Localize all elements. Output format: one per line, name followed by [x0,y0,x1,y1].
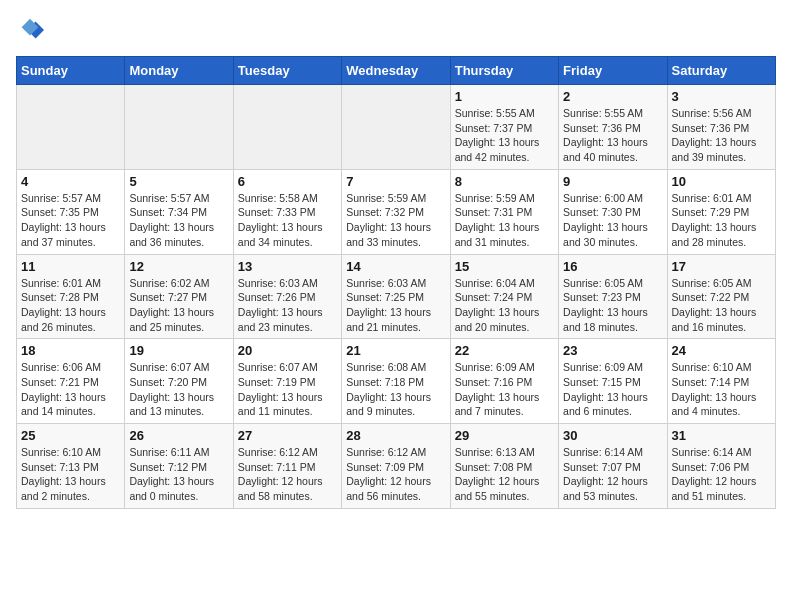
header-row: SundayMondayTuesdayWednesdayThursdayFrid… [17,57,776,85]
day-number: 17 [672,259,771,274]
header-cell-sunday: Sunday [17,57,125,85]
calendar-cell [17,85,125,170]
calendar-table: SundayMondayTuesdayWednesdayThursdayFrid… [16,56,776,509]
day-number: 22 [455,343,554,358]
day-detail: Sunrise: 6:03 AM Sunset: 7:26 PM Dayligh… [238,276,337,335]
day-number: 4 [21,174,120,189]
calendar-cell: 18Sunrise: 6:06 AM Sunset: 7:21 PM Dayli… [17,339,125,424]
day-detail: Sunrise: 6:05 AM Sunset: 7:23 PM Dayligh… [563,276,662,335]
calendar-cell: 31Sunrise: 6:14 AM Sunset: 7:06 PM Dayli… [667,424,775,509]
day-detail: Sunrise: 6:12 AM Sunset: 7:11 PM Dayligh… [238,445,337,504]
day-detail: Sunrise: 6:09 AM Sunset: 7:15 PM Dayligh… [563,360,662,419]
day-number: 3 [672,89,771,104]
calendar-week-2: 4Sunrise: 5:57 AM Sunset: 7:35 PM Daylig… [17,169,776,254]
header-cell-wednesday: Wednesday [342,57,450,85]
day-number: 29 [455,428,554,443]
calendar-cell: 25Sunrise: 6:10 AM Sunset: 7:13 PM Dayli… [17,424,125,509]
header-cell-friday: Friday [559,57,667,85]
day-detail: Sunrise: 6:10 AM Sunset: 7:13 PM Dayligh… [21,445,120,504]
day-number: 5 [129,174,228,189]
day-number: 24 [672,343,771,358]
day-number: 9 [563,174,662,189]
day-detail: Sunrise: 5:59 AM Sunset: 7:31 PM Dayligh… [455,191,554,250]
calendar-cell: 9Sunrise: 6:00 AM Sunset: 7:30 PM Daylig… [559,169,667,254]
day-detail: Sunrise: 6:07 AM Sunset: 7:20 PM Dayligh… [129,360,228,419]
calendar-cell: 6Sunrise: 5:58 AM Sunset: 7:33 PM Daylig… [233,169,341,254]
day-number: 27 [238,428,337,443]
day-detail: Sunrise: 6:09 AM Sunset: 7:16 PM Dayligh… [455,360,554,419]
day-number: 28 [346,428,445,443]
day-detail: Sunrise: 6:14 AM Sunset: 7:06 PM Dayligh… [672,445,771,504]
day-detail: Sunrise: 5:59 AM Sunset: 7:32 PM Dayligh… [346,191,445,250]
day-number: 10 [672,174,771,189]
calendar-cell: 26Sunrise: 6:11 AM Sunset: 7:12 PM Dayli… [125,424,233,509]
calendar-cell: 29Sunrise: 6:13 AM Sunset: 7:08 PM Dayli… [450,424,558,509]
calendar-cell: 22Sunrise: 6:09 AM Sunset: 7:16 PM Dayli… [450,339,558,424]
day-detail: Sunrise: 5:57 AM Sunset: 7:34 PM Dayligh… [129,191,228,250]
day-detail: Sunrise: 6:00 AM Sunset: 7:30 PM Dayligh… [563,191,662,250]
calendar-cell: 17Sunrise: 6:05 AM Sunset: 7:22 PM Dayli… [667,254,775,339]
day-detail: Sunrise: 5:58 AM Sunset: 7:33 PM Dayligh… [238,191,337,250]
day-number: 18 [21,343,120,358]
calendar-cell: 4Sunrise: 5:57 AM Sunset: 7:35 PM Daylig… [17,169,125,254]
day-number: 15 [455,259,554,274]
day-detail: Sunrise: 5:57 AM Sunset: 7:35 PM Dayligh… [21,191,120,250]
calendar-cell: 3Sunrise: 5:56 AM Sunset: 7:36 PM Daylig… [667,85,775,170]
calendar-cell [125,85,233,170]
calendar-week-5: 25Sunrise: 6:10 AM Sunset: 7:13 PM Dayli… [17,424,776,509]
day-number: 12 [129,259,228,274]
day-number: 2 [563,89,662,104]
day-number: 31 [672,428,771,443]
day-detail: Sunrise: 6:01 AM Sunset: 7:28 PM Dayligh… [21,276,120,335]
calendar-cell: 16Sunrise: 6:05 AM Sunset: 7:23 PM Dayli… [559,254,667,339]
day-detail: Sunrise: 6:02 AM Sunset: 7:27 PM Dayligh… [129,276,228,335]
day-detail: Sunrise: 5:56 AM Sunset: 7:36 PM Dayligh… [672,106,771,165]
calendar-cell: 28Sunrise: 6:12 AM Sunset: 7:09 PM Dayli… [342,424,450,509]
header-cell-tuesday: Tuesday [233,57,341,85]
day-number: 25 [21,428,120,443]
day-number: 26 [129,428,228,443]
calendar-week-3: 11Sunrise: 6:01 AM Sunset: 7:28 PM Dayli… [17,254,776,339]
calendar-cell: 19Sunrise: 6:07 AM Sunset: 7:20 PM Dayli… [125,339,233,424]
day-number: 23 [563,343,662,358]
logo [16,16,48,44]
day-number: 21 [346,343,445,358]
calendar-cell: 10Sunrise: 6:01 AM Sunset: 7:29 PM Dayli… [667,169,775,254]
calendar-cell: 1Sunrise: 5:55 AM Sunset: 7:37 PM Daylig… [450,85,558,170]
day-detail: Sunrise: 6:06 AM Sunset: 7:21 PM Dayligh… [21,360,120,419]
calendar-cell [233,85,341,170]
header-cell-monday: Monday [125,57,233,85]
day-detail: Sunrise: 6:14 AM Sunset: 7:07 PM Dayligh… [563,445,662,504]
calendar-cell: 13Sunrise: 6:03 AM Sunset: 7:26 PM Dayli… [233,254,341,339]
day-number: 11 [21,259,120,274]
day-number: 7 [346,174,445,189]
day-detail: Sunrise: 5:55 AM Sunset: 7:36 PM Dayligh… [563,106,662,165]
calendar-week-4: 18Sunrise: 6:06 AM Sunset: 7:21 PM Dayli… [17,339,776,424]
calendar-body: 1Sunrise: 5:55 AM Sunset: 7:37 PM Daylig… [17,85,776,509]
day-detail: Sunrise: 6:07 AM Sunset: 7:19 PM Dayligh… [238,360,337,419]
day-detail: Sunrise: 6:04 AM Sunset: 7:24 PM Dayligh… [455,276,554,335]
day-detail: Sunrise: 6:01 AM Sunset: 7:29 PM Dayligh… [672,191,771,250]
day-number: 1 [455,89,554,104]
day-detail: Sunrise: 6:03 AM Sunset: 7:25 PM Dayligh… [346,276,445,335]
day-number: 13 [238,259,337,274]
calendar-cell: 14Sunrise: 6:03 AM Sunset: 7:25 PM Dayli… [342,254,450,339]
header-cell-thursday: Thursday [450,57,558,85]
calendar-cell: 23Sunrise: 6:09 AM Sunset: 7:15 PM Dayli… [559,339,667,424]
day-number: 16 [563,259,662,274]
day-detail: Sunrise: 6:08 AM Sunset: 7:18 PM Dayligh… [346,360,445,419]
calendar-cell [342,85,450,170]
calendar-cell: 15Sunrise: 6:04 AM Sunset: 7:24 PM Dayli… [450,254,558,339]
day-detail: Sunrise: 6:13 AM Sunset: 7:08 PM Dayligh… [455,445,554,504]
calendar-cell: 5Sunrise: 5:57 AM Sunset: 7:34 PM Daylig… [125,169,233,254]
logo-icon [16,16,44,44]
calendar-cell: 27Sunrise: 6:12 AM Sunset: 7:11 PM Dayli… [233,424,341,509]
calendar-cell: 20Sunrise: 6:07 AM Sunset: 7:19 PM Dayli… [233,339,341,424]
calendar-cell: 2Sunrise: 5:55 AM Sunset: 7:36 PM Daylig… [559,85,667,170]
day-detail: Sunrise: 6:12 AM Sunset: 7:09 PM Dayligh… [346,445,445,504]
calendar-cell: 30Sunrise: 6:14 AM Sunset: 7:07 PM Dayli… [559,424,667,509]
day-number: 14 [346,259,445,274]
day-number: 30 [563,428,662,443]
day-detail: Sunrise: 6:10 AM Sunset: 7:14 PM Dayligh… [672,360,771,419]
page-header [16,16,776,44]
